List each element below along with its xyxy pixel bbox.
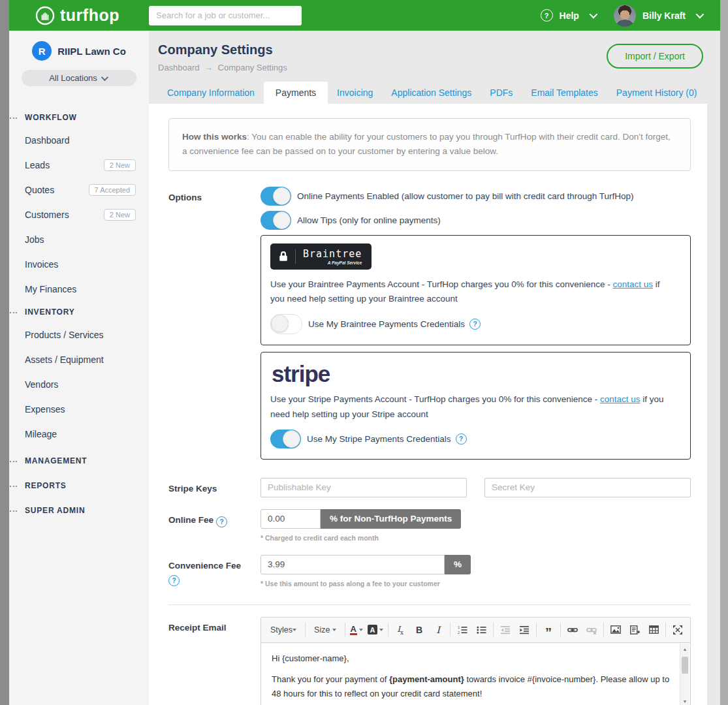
receipt-email-body[interactable]: Hi {customer-name}, Thank you for your p…	[261, 643, 691, 705]
bold-button[interactable]: B	[412, 623, 426, 637]
sidebar-item-mileage[interactable]: Mileage	[9, 422, 149, 446]
secret-key-input[interactable]	[484, 478, 691, 497]
stripe-keys-label: Stripe Keys	[168, 478, 261, 495]
blockquote-button[interactable]: ”	[541, 623, 556, 637]
tab-invoicing[interactable]: Invoicing	[328, 82, 382, 104]
sidebar-item-products-services[interactable]: Products / Services	[9, 322, 149, 347]
sidebar-item-leads[interactable]: Leads 2 New	[9, 153, 149, 178]
sidebar-item-dashboard[interactable]: Dashboard	[9, 128, 149, 153]
avatar[interactable]	[614, 5, 636, 27]
company-avatar[interactable]: R	[32, 41, 52, 61]
convenience-fee-help-icon[interactable]: ?	[168, 575, 180, 586]
sidebar-section-management[interactable]: MANAGEMENT	[9, 450, 149, 471]
maximize-icon	[673, 625, 682, 634]
chevron-down-icon[interactable]	[696, 10, 704, 19]
outdent-button[interactable]	[498, 623, 513, 637]
bulleted-list-icon	[477, 625, 486, 634]
tab-payments[interactable]: Payments	[264, 82, 328, 104]
sidebar-section-workflow[interactable]: WORKFLOW	[9, 107, 149, 128]
grass-logo-icon	[35, 6, 55, 25]
maximize-button[interactable]	[671, 623, 685, 637]
payments-panel: How this works: You can enable the abili…	[149, 104, 707, 705]
sidebar-item-vendors[interactable]: Vendors	[9, 372, 149, 397]
convenience-fee-input[interactable]	[261, 555, 445, 574]
online-payments-toggle[interactable]	[261, 187, 291, 206]
size-dropdown[interactable]: Size	[310, 623, 340, 637]
scroll-up-icon[interactable]: ▲	[683, 644, 688, 655]
user-menu[interactable]: Billy Kraft	[642, 10, 686, 21]
sidebar-section-inventory[interactable]: INVENTORY	[9, 302, 149, 322]
sidebar-item-expenses[interactable]: Expenses	[9, 397, 149, 422]
sidebar-item-customers[interactable]: Customers 2 New	[9, 202, 149, 227]
insert-image-button[interactable]	[609, 623, 623, 637]
unlink-button[interactable]	[584, 623, 599, 637]
stripe-credentials-toggle[interactable]	[270, 430, 301, 448]
braintree-contact-us-link[interactable]: contact us	[613, 279, 654, 289]
tab-company-information[interactable]: Company Information	[158, 82, 264, 104]
locations-dropdown[interactable]: All Locations	[22, 70, 136, 86]
sidebar-item-invoices[interactable]: Invoices	[9, 252, 149, 277]
chevron-down-icon	[359, 629, 363, 631]
braintree-logo: Braintree A PayPal Service	[270, 243, 372, 270]
email-paragraph: Thank you for your payment of {payment-a…	[272, 672, 672, 701]
publishable-key-input[interactable]	[261, 478, 467, 497]
chevron-down-icon[interactable]	[589, 10, 597, 19]
text-color-button[interactable]: A	[350, 623, 363, 637]
template-icon	[630, 625, 640, 634]
stripe-help-icon[interactable]: ?	[456, 433, 467, 445]
turfhop-logo[interactable]: turfhop	[35, 6, 145, 25]
chevron-down-icon	[379, 629, 383, 631]
payment-amount-token: {payment-amount}	[389, 674, 464, 684]
braintree-box: Braintree A PayPal Service Use your Brai…	[261, 235, 691, 346]
page-scrollbar[interactable]	[720, 0, 728, 705]
bulleted-list-button[interactable]	[474, 623, 488, 637]
background-color-icon: A	[368, 625, 377, 634]
tab-application-settings[interactable]: Application Settings	[382, 82, 481, 104]
online-fee-addon: % for Non-TurfHop Payments	[321, 509, 461, 529]
remove-format-button[interactable]: Ix	[393, 623, 407, 637]
sidebar-item-jobs[interactable]: Jobs	[9, 227, 149, 252]
italic-icon: I	[436, 625, 440, 635]
remove-format-icon: Ix	[397, 624, 404, 636]
background-color-button[interactable]: A	[368, 623, 383, 637]
editor-scrollbar[interactable]: ▲ ▼	[680, 644, 689, 705]
scroll-down-icon[interactable]: ▼	[683, 696, 688, 705]
braintree-description: Use your Braintree Payments Account - Tu…	[270, 277, 675, 307]
sidebar-item-my-finances[interactable]: My Finances	[9, 277, 149, 302]
tab-email-templates[interactable]: Email Templates	[522, 82, 607, 104]
import-export-button[interactable]: Import / Export	[607, 44, 703, 69]
numbered-list-icon: 1 2	[458, 625, 467, 634]
tab-pdfs[interactable]: PDFs	[481, 82, 522, 104]
table-icon	[649, 625, 659, 634]
convenience-fee-addon: %	[445, 555, 471, 574]
sidebar-item-assets-equipment[interactable]: Assets / Equipment	[9, 347, 149, 372]
allow-tips-toggle[interactable]	[261, 211, 291, 230]
braintree-credentials-toggle[interactable]	[270, 314, 302, 334]
tab-payment-history[interactable]: Payment History (0)	[607, 82, 706, 104]
numbered-list-button[interactable]: 1 2	[455, 623, 469, 637]
indent-button[interactable]	[517, 623, 531, 637]
sidebar-section-super-admin[interactable]: SUPER ADMIN	[9, 500, 149, 521]
search-input[interactable]	[149, 6, 302, 25]
bold-icon: B	[416, 625, 422, 635]
sidebar-section-reports[interactable]: REPORTS	[9, 475, 149, 496]
online-fee-input[interactable]	[261, 509, 321, 529]
styles-dropdown[interactable]: Styles	[266, 623, 300, 637]
braintree-help-icon[interactable]: ?	[469, 319, 481, 330]
chevron-down-icon	[101, 73, 108, 80]
link-button[interactable]	[565, 623, 580, 637]
scrollbar-thumb[interactable]	[682, 657, 688, 674]
paypal-service-text: A PayPal Service	[328, 260, 362, 265]
breadcrumb-current: Company Settings	[218, 63, 287, 72]
breadcrumb-dashboard[interactable]: Dashboard	[158, 63, 200, 72]
insert-template-button[interactable]	[627, 623, 642, 637]
insert-table-button[interactable]	[646, 623, 661, 637]
stripe-contact-us-link[interactable]: contact us	[600, 394, 641, 404]
italic-button[interactable]: I	[431, 623, 445, 637]
svg-text:2: 2	[458, 631, 460, 634]
sidebar-item-quotes[interactable]: Quotes 7 Accepted	[9, 178, 149, 202]
help-icon: ?	[541, 9, 553, 22]
help-menu[interactable]: Help	[560, 10, 579, 21]
window-edge-left	[0, 0, 9, 705]
online-fee-help-icon[interactable]: ?	[216, 516, 227, 527]
